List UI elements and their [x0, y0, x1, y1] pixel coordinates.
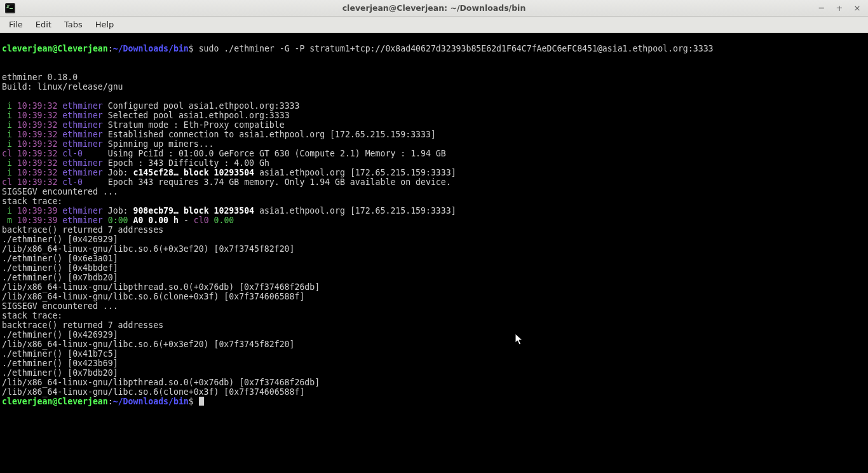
- log-line: m 10:39:39 ethminer 0:00 A0 0.00 h - cl0…: [2, 216, 234, 225]
- prompt-cwd: ~/Downloads/bin: [113, 44, 189, 53]
- menu-edit[interactable]: Edit: [29, 18, 58, 31]
- log-line: i 10:39:32 ethminer Established connecti…: [2, 130, 436, 139]
- log-line: i 10:39:32 ethminer Epoch : 343 Difficul…: [2, 158, 269, 168]
- prompt-line: cleverjean@Cleverjean:~/Downloads/bin$: [2, 397, 204, 406]
- trace-line: /lib/x86_64-linux-gnu/libc.so.6(+0x3ef20…: [2, 339, 295, 349]
- prompt-userhost: cleverjean@Cleverjean: [2, 44, 108, 53]
- terminal-area[interactable]: cleverjean@Cleverjean:~/Downloads/bin$ s…: [0, 33, 868, 473]
- trace-line: ./ethminer() [0x423b69]: [2, 359, 118, 368]
- menu-tabs[interactable]: Tabs: [58, 18, 89, 31]
- trace-line: ./ethminer() [0x4bbdef]: [2, 263, 118, 273]
- log-line: i 10:39:32 ethminer Job: c145cf28… block…: [2, 168, 456, 177]
- log-line: i 10:39:32 ethminer Configured pool asia…: [2, 101, 299, 111]
- prompt-line: cleverjean@Cleverjean:~/Downloads/bin$ s…: [2, 44, 714, 53]
- trace-line: ./ethminer() [0x6e3a01]: [2, 254, 118, 263]
- trace-line: /lib/x86_64-linux-gnu/libc.so.6(+0x3ef20…: [2, 244, 295, 254]
- trace-line: /lib/x86_64-linux-gnu/libc.so.6(clone+0x…: [2, 387, 304, 397]
- close-button[interactable]: ×: [851, 3, 863, 14]
- trace-line: backtrace() returned 7 addresses: [2, 225, 163, 235]
- version-line: ethminer 0.18.0: [2, 72, 78, 82]
- blank-line: [2, 63, 7, 72]
- prompt-userhost: cleverjean@Cleverjean: [2, 397, 108, 406]
- menu-bar: File Edit Tabs Help: [0, 17, 868, 33]
- log-line: i 10:39:39 ethminer Job: 908ecb79… block…: [2, 206, 456, 216]
- menu-help[interactable]: Help: [89, 18, 121, 31]
- trace-line: /lib/x86_64-linux-gnu/libc.so.6(clone+0x…: [2, 292, 304, 301]
- trace-line: ./ethminer() [0x426929]: [2, 235, 118, 244]
- window-title: cleverjean@Cleverjean: ~/Downloads/bin: [0, 3, 868, 13]
- minimize-button[interactable]: −: [816, 3, 827, 14]
- trace-line: ./ethminer() [0x41b7c5]: [2, 349, 118, 359]
- app-icon: [4, 3, 16, 14]
- title-bar: cleverjean@Cleverjean: ~/Downloads/bin −…: [0, 0, 868, 17]
- log-line: i 10:39:32 ethminer Stratum mode : Eth-P…: [2, 120, 285, 130]
- command-text: sudo ./ethminer -G -P stratum1+tcp://0x8…: [199, 44, 714, 53]
- trace-line: /lib/x86_64-linux-gnu/libpthread.so.0(+0…: [2, 378, 320, 387]
- trace-line: ./ethminer() [0x7bdb20]: [2, 273, 118, 282]
- build-line: Build: linux/release/gnu: [2, 82, 123, 92]
- cursor-block: [199, 397, 204, 406]
- prompt-dollar: $: [189, 44, 199, 53]
- trace-line: SIGSEGV encountered ...: [2, 301, 118, 311]
- trace-line: SIGSEGV encountered ...: [2, 187, 118, 196]
- menu-file[interactable]: File: [3, 18, 29, 31]
- window-controls: − + ×: [816, 3, 868, 14]
- svg-rect-2: [10, 8, 13, 9]
- prompt-dollar: $: [189, 397, 199, 406]
- blank-line: [2, 53, 7, 63]
- trace-line: stack trace:: [2, 196, 62, 206]
- prompt-cwd: ~/Downloads/bin: [113, 397, 189, 406]
- log-line: cl 10:39:32 cl-0 Using PciId : 01:00.0 G…: [2, 149, 446, 158]
- trace-line: ./ethminer() [0x426929]: [2, 330, 118, 339]
- log-line: i 10:39:32 ethminer Spinning up miners..…: [2, 139, 214, 149]
- prompt-colon: :: [108, 44, 113, 53]
- blank-line: [2, 92, 7, 101]
- prompt-colon: :: [108, 397, 113, 406]
- log-line: i 10:39:32 ethminer Selected pool asia1.…: [2, 111, 290, 120]
- trace-line: ./ethminer() [0x7bdb20]: [2, 368, 118, 378]
- trace-line: backtrace() returned 7 addresses: [2, 320, 163, 330]
- trace-line: stack trace:: [2, 311, 62, 320]
- log-line: cl 10:39:32 cl-0 Epoch 343 requires 3.74…: [2, 177, 451, 187]
- maximize-button[interactable]: +: [834, 3, 845, 14]
- trace-line: /lib/x86_64-linux-gnu/libpthread.so.0(+0…: [2, 282, 320, 292]
